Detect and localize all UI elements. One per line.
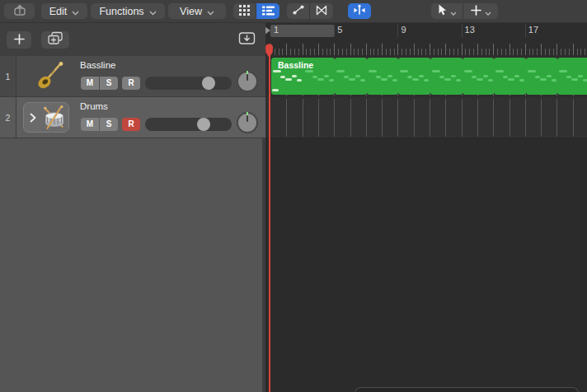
ruler-tick: [553, 49, 554, 55]
bar-gridline: [397, 99, 398, 137]
bar-gridline: [556, 99, 557, 137]
region-loop-segment[interactable]: [398, 58, 430, 95]
solo-button[interactable]: S: [100, 118, 118, 131]
track-stack-disclosure[interactable]: [23, 102, 69, 133]
volume-slider[interactable]: [145, 118, 232, 131]
midi-note: [559, 70, 567, 72]
add-tool-button[interactable]: [463, 3, 498, 19]
midi-note: [519, 79, 524, 82]
ruler-tick: [334, 44, 335, 55]
ruler-tick: [303, 44, 303, 55]
list-view-button[interactable]: [256, 3, 279, 19]
add-track-button[interactable]: [7, 31, 31, 49]
chevron-right-icon: [29, 112, 37, 127]
midi-region-bassline[interactable]: Bassline: [271, 58, 587, 95]
hierarchy-button[interactable]: [4, 3, 35, 19]
ruler-tick: [541, 44, 542, 55]
ruler-tick: [402, 49, 402, 55]
track-lane-bassline[interactable]: Bassline: [265, 56, 587, 97]
track-name[interactable]: Drums: [80, 101, 108, 111]
ruler-tick: [458, 49, 458, 55]
region-loop-segment[interactable]: [526, 58, 558, 95]
ruler-tick: [577, 49, 578, 55]
pan-knob[interactable]: [237, 112, 258, 133]
track-header-drums[interactable]: 2 Dr: [0, 97, 265, 138]
track-list-empty-area[interactable]: [0, 138, 262, 392]
flex-button[interactable]: [309, 3, 333, 19]
region-loop-segment[interactable]: [463, 58, 495, 95]
ruler-tick: [430, 44, 430, 55]
bar-gridline: [366, 99, 367, 137]
volume-slider-thumb[interactable]: [197, 118, 210, 131]
ruler-tick: [394, 49, 395, 55]
track-header-bassline[interactable]: 1 Bassline M S R: [0, 56, 265, 97]
bar-gridline: [318, 99, 319, 137]
ruler-tick: [310, 49, 311, 55]
pointer-tool-button[interactable]: [431, 3, 463, 19]
ruler-bar-number: 5: [337, 25, 342, 35]
ruler-edge-triangle-icon: [265, 26, 270, 35]
automation-button[interactable]: [287, 3, 309, 19]
cycle-range-band[interactable]: [270, 25, 334, 37]
midi-note: [369, 70, 377, 72]
ruler-tick: [418, 49, 419, 55]
bar-ruler[interactable]: 1591317: [265, 23, 587, 56]
ruler-bar-gridline: [334, 25, 335, 37]
region-loop-segment[interactable]: [494, 58, 526, 95]
track-tray-button[interactable]: [234, 31, 259, 49]
region-loop-segment[interactable]: [430, 58, 463, 95]
track-lane-drums[interactable]: [265, 97, 587, 138]
midi-note: [297, 79, 302, 82]
ruler-tick: [397, 44, 398, 55]
ruler-tick: [517, 49, 518, 55]
grid-view-button[interactable]: [233, 3, 256, 19]
mute-button[interactable]: M: [81, 118, 99, 131]
midi-note: [349, 78, 355, 81]
ruler-bar-gridline: [397, 25, 398, 37]
ruler-tick: [497, 49, 498, 55]
midi-note: [528, 70, 536, 72]
functions-menu-button[interactable]: Functions: [91, 3, 165, 19]
ruler-tick: [449, 49, 450, 55]
midi-note: [419, 75, 424, 77]
midi-note: [305, 70, 313, 72]
edit-tools-switch: [287, 3, 333, 19]
ruler-bar-number: 17: [528, 25, 538, 35]
ruler-tick: [322, 49, 323, 55]
functions-menu-label: Functions: [99, 6, 143, 17]
midi-note: [583, 79, 587, 82]
ruler-tick: [330, 49, 331, 55]
ruler-tick: [354, 49, 355, 55]
bar-gridline: [445, 99, 446, 137]
midi-note: [552, 79, 556, 82]
region-name-label: Bassline: [278, 60, 313, 70]
duplicate-track-button[interactable]: [41, 31, 69, 49]
volume-slider-thumb[interactable]: [202, 77, 215, 90]
ruler-tick: [453, 49, 454, 55]
snap-playhead-button[interactable]: [348, 3, 371, 19]
volume-slider[interactable]: [145, 77, 232, 90]
ruler-tick: [561, 49, 561, 55]
playhead-handle[interactable]: [264, 42, 275, 62]
midi-note: [547, 75, 552, 77]
midi-note: [456, 79, 461, 82]
bottom-panel-edge: [355, 387, 579, 392]
track-name[interactable]: Bassline: [80, 60, 115, 70]
mute-button[interactable]: M: [81, 77, 99, 90]
ruler-tick: [525, 44, 526, 55]
ruler-tick: [489, 49, 490, 55]
bar-gridline: [303, 99, 303, 137]
ruler-tick: [386, 49, 387, 55]
record-enable-button[interactable]: R: [122, 77, 140, 90]
view-menu-button[interactable]: View: [168, 3, 226, 19]
ruler-tick: [390, 49, 391, 55]
ruler-bar-gridline: [525, 25, 526, 37]
region-loop-segment[interactable]: [335, 58, 367, 95]
plus-icon: [14, 33, 25, 48]
region-loop-segment[interactable]: [367, 58, 399, 95]
edit-menu-button[interactable]: Edit: [41, 3, 87, 19]
record-enable-button[interactable]: R: [122, 118, 140, 131]
solo-button[interactable]: S: [100, 77, 118, 90]
pan-knob[interactable]: [237, 71, 258, 92]
ruler-tick: [521, 49, 522, 55]
